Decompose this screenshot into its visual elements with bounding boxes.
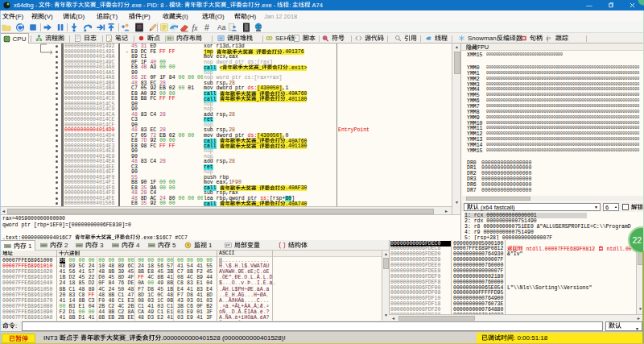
svg-text:x=: x= — [225, 243, 230, 247]
svg-text:fx: fx — [192, 24, 199, 32]
svg-text:ε: ε — [546, 35, 548, 42]
svg-text:Aa: Aa — [217, 23, 226, 31]
svg-text:22: 22 — [633, 235, 642, 245]
svg-text:#: # — [204, 23, 209, 32]
svg-text:y: y — [549, 35, 551, 39]
